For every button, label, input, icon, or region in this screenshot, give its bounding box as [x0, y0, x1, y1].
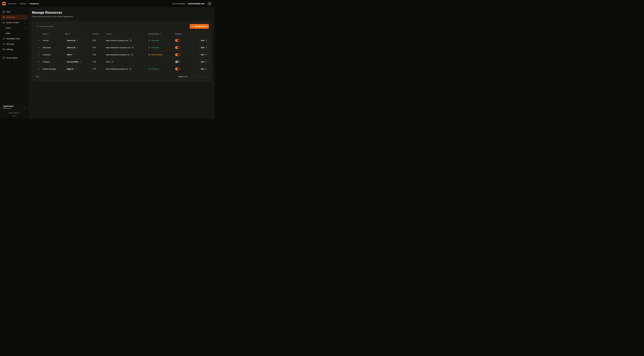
- site-link[interactable]: Second Office: [65, 60, 83, 64]
- sidebar-item-access-control[interactable]: Access Control: [1, 20, 28, 25]
- ellipsis-icon: [38, 61, 40, 63]
- row-menu-button[interactable]: [37, 60, 40, 63]
- search-input[interactable]: [35, 24, 79, 29]
- column-header-site[interactable]: Site: [65, 33, 92, 35]
- sidebar-item-label: Shareable Links: [6, 38, 20, 40]
- chevron-right-icon: [17, 3, 18, 4]
- site-link[interactable]: Home Lab: [65, 46, 80, 50]
- add-resource-label: Add Resource: [194, 25, 207, 28]
- ellipsis-icon: [38, 46, 40, 48]
- shield-check-icon: [148, 46, 150, 48]
- server-icon: [3, 57, 5, 59]
- next-page-button[interactable]: [200, 75, 204, 78]
- users-icon: [3, 22, 5, 24]
- sidebar-item-users[interactable]: Users: [1, 25, 28, 30]
- sidebar-item-settings[interactable]: Settings: [1, 47, 28, 52]
- access-url: https://battery.example.com: [106, 68, 128, 70]
- sidebar-item-resources[interactable]: Resources: [1, 15, 28, 20]
- app-version: v1.3.0: [1, 115, 28, 117]
- enabled-toggle[interactable]: [175, 60, 180, 63]
- edit-button[interactable]: Edit: [199, 67, 209, 71]
- sidebar-item-label: Resources: [6, 16, 15, 18]
- waypoints-icon: [3, 16, 5, 18]
- table-row: Postgres Second Office TCP 5432 - Edit: [35, 58, 209, 65]
- plus-icon: [192, 25, 194, 27]
- edit-button[interactable]: Edit: [199, 60, 209, 64]
- page-info: Page 1 of 1: [178, 76, 188, 78]
- resources-card: Add Resource Name Site: [32, 21, 212, 82]
- copy-button[interactable]: [111, 60, 114, 63]
- page-title: Manage Resources: [32, 10, 212, 14]
- sidebar-item-shareable-links[interactable]: Shareable Links: [1, 36, 28, 41]
- sidebar-item-label: Server Admin: [6, 57, 18, 59]
- edit-button[interactable]: Edit: [199, 52, 209, 57]
- copy-button[interactable]: [129, 68, 132, 70]
- ellipsis-icon: [38, 68, 40, 70]
- pangolin-logo[interactable]: [2, 1, 6, 6]
- open-source-link[interactable]: Open Source: [1, 112, 28, 114]
- access-url: 5432: [106, 61, 110, 63]
- first-page-button[interactable]: [190, 75, 194, 78]
- column-header-name[interactable]: Name: [43, 33, 65, 35]
- topbar-right: Documentation joe@example.com J: [172, 2, 212, 6]
- avatar[interactable]: J: [208, 2, 212, 6]
- last-page-button[interactable]: [205, 75, 209, 78]
- row-menu-button[interactable]: [37, 67, 40, 70]
- page-size-select[interactable]: 20: [35, 74, 42, 79]
- site-name: Edge 01: [67, 68, 74, 70]
- documentation-link[interactable]: Documentation: [172, 2, 185, 5]
- row-menu-button[interactable]: [37, 46, 40, 49]
- search-box: [35, 24, 79, 29]
- ellipsis-icon: [38, 54, 40, 56]
- toggle-knob: [178, 68, 180, 70]
- grid-icon: [3, 11, 5, 13]
- enabled-toggle[interactable]: [175, 39, 180, 42]
- copy-button[interactable]: [132, 46, 134, 49]
- site-link[interactable]: Edge 01: [65, 67, 78, 71]
- page-size-value: 20: [36, 76, 38, 78]
- copy-button[interactable]: [130, 39, 132, 42]
- site-name: Second Office: [67, 61, 78, 63]
- add-resource-button[interactable]: Add Resource: [190, 24, 209, 29]
- organization-value: Home Lab: [3, 107, 23, 109]
- topbar: home-lab settings resources Documentatio…: [0, 0, 215, 8]
- ellipsis-icon: [38, 39, 40, 42]
- edit-label: Edit: [201, 61, 204, 63]
- breadcrumb-settings[interactable]: settings: [20, 2, 26, 5]
- row-menu-button[interactable]: [37, 39, 40, 42]
- topbar-left: home-lab settings resources: [2, 1, 39, 6]
- sidebar-item-api-keys[interactable]: API Keys: [1, 42, 28, 46]
- organization-selector[interactable]: Organization Home Lab: [1, 104, 28, 110]
- edit-button[interactable]: Edit: [199, 38, 209, 42]
- copy-icon: [112, 61, 113, 63]
- key-icon: [3, 43, 5, 45]
- arrow-right-icon: [205, 40, 207, 41]
- prev-page-button[interactable]: [195, 75, 199, 78]
- auth-status: Not Protected: [151, 54, 162, 56]
- toggle-knob: [175, 61, 178, 63]
- site-link[interactable]: Office: [65, 53, 76, 57]
- shield-off-icon: [148, 54, 150, 56]
- sidebar-item-server-admin[interactable]: Server Admin: [1, 55, 28, 60]
- enabled-toggle[interactable]: [175, 46, 180, 49]
- row-menu-button[interactable]: [37, 53, 40, 56]
- enabled-toggle[interactable]: [175, 53, 180, 56]
- resource-protocol: TCP: [92, 61, 106, 63]
- sidebar-nav: Sites Resources Access Control Users Rol: [0, 8, 29, 102]
- column-header-authentication[interactable]: Authentication: [148, 33, 175, 35]
- copy-icon: [132, 54, 133, 56]
- body-layout: Sites Resources Access Control Users Rol: [0, 8, 215, 119]
- sidebar-item-roles[interactable]: Roles: [1, 31, 28, 36]
- sidebar-item-sites[interactable]: Sites: [1, 9, 28, 14]
- breadcrumb-org[interactable]: home-lab: [8, 2, 16, 5]
- copy-button[interactable]: [131, 54, 134, 56]
- gear-icon: [3, 48, 5, 50]
- user-email[interactable]: joe@example.com: [188, 2, 204, 5]
- enabled-toggle[interactable]: [175, 68, 180, 70]
- shield-check-icon: [148, 68, 150, 70]
- table-row: Bitwarden Home Lab TCP https://bitwarden…: [35, 44, 209, 51]
- edit-button[interactable]: Edit: [199, 46, 209, 50]
- site-link[interactable]: Home Lab: [65, 38, 80, 42]
- sort-icon: [160, 33, 162, 35]
- site-name: Office: [67, 54, 72, 56]
